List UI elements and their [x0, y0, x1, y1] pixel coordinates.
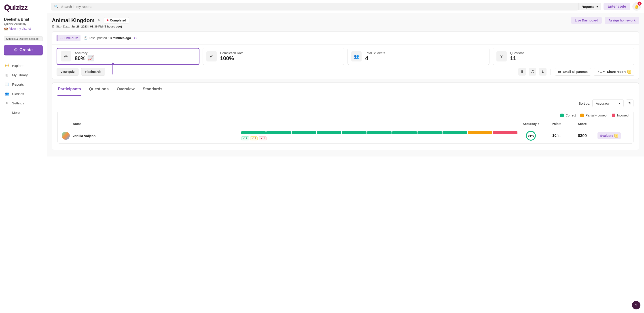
th-points[interactable]: Points — [544, 122, 569, 126]
tab-questions[interactable]: Questions — [88, 83, 109, 96]
user-org: Quizizz Academy — [4, 22, 43, 26]
people-icon: 👥 — [351, 51, 362, 62]
refresh-button[interactable]: ⟳ — [134, 36, 137, 40]
students-label: Total Students — [365, 51, 385, 55]
stat-accuracy[interactable]: ◎ Accuracy 80%📈 — [56, 48, 200, 65]
legend-incorrect: Incorrect — [617, 114, 629, 117]
live-quiz-label: Live quiz — [64, 36, 78, 40]
logo[interactable]: Quizizz — [0, 3, 47, 17]
tab-overview[interactable]: Overview — [116, 83, 135, 96]
students-value: 4 — [365, 55, 385, 62]
th-accuracy[interactable]: Accuracy ↑ — [518, 122, 544, 126]
create-label: Create — [20, 48, 33, 52]
notification-badge: 1 — [638, 2, 642, 6]
actions-row: View quiz Flashcards 🗑 🖨 ⬇ ✉Email all pa… — [52, 68, 639, 79]
last-updated: 🕘 Last updated : 3 minutes ago — [84, 36, 131, 40]
download-button[interactable]: ⬇ — [539, 68, 546, 76]
accuracy-ring: 91% — [526, 131, 536, 141]
summary-card: ☷ Live quiz 🕘 Last updated : 3 minutes a… — [52, 31, 639, 79]
live-quiz-chip[interactable]: ☷ Live quiz — [56, 35, 80, 41]
sort-direction-button[interactable]: ⇅ — [626, 100, 634, 107]
search-scope-select[interactable]: Reports ▾ — [578, 3, 602, 10]
correct-swatch — [560, 114, 564, 117]
notifications-button[interactable]: 🔔 1 — [632, 2, 641, 11]
correct-count: ✓ 9 — [241, 136, 249, 140]
nav-explore[interactable]: 🧭Explore — [0, 61, 47, 70]
print-icon: 🖨 — [531, 70, 534, 74]
accuracy-value: 80% — [75, 55, 86, 62]
chevron-down-icon: ⌄ — [5, 110, 9, 114]
account-type-badge: Schools & Districts account — [4, 36, 43, 41]
mail-icon: ✉ — [558, 70, 561, 74]
share-report-label: Share report — [607, 70, 626, 74]
completion-value: 100% — [220, 55, 244, 62]
download-icon: ⬇ — [541, 70, 544, 74]
list-icon: ☷ — [60, 36, 63, 40]
nav-settings-label: Settings — [12, 101, 24, 105]
sort-label: Sort by: — [579, 102, 590, 105]
assign-homework-button[interactable]: Assign homework — [605, 17, 639, 24]
evaluate-button[interactable]: Evaluate⚡ — [598, 132, 621, 139]
content: Animal Kingdom ✎ Completed Live Dashboar… — [47, 13, 644, 156]
nav-library[interactable]: ▥My Library — [0, 70, 47, 80]
caret-down-icon: ▾ — [596, 4, 598, 8]
calendar-icon: 🗓 — [52, 25, 55, 28]
accuracy-label: Accuracy — [75, 51, 94, 55]
nav-reports[interactable]: 📊Reports — [0, 80, 47, 89]
view-district-link[interactable]: 🏫 View my district — [4, 27, 31, 31]
answer-bar: ✓ 9 ✓ 1 ✕ 1 — [241, 131, 518, 140]
share-report-button[interactable]: ⚬⚊⚬Share report⚡ — [594, 68, 634, 76]
enter-code-button[interactable]: Enter code — [604, 3, 630, 10]
stats-row: ◎ Accuracy 80%📈 ✔ Completion Rate 100% — [52, 45, 639, 68]
tab-standards[interactable]: Standards — [142, 83, 163, 96]
tab-participants[interactable]: Participants — [58, 83, 82, 96]
user-block: Deeksha Bhat Quizizz Academy 🏫 View my d… — [0, 17, 47, 34]
target-icon: ◎ — [61, 51, 71, 62]
start-date-value: Jul 28, 2023 | 03:36 PM (5 hours ago) — [71, 25, 122, 28]
sort-arrows-icon: ⇅ — [628, 101, 631, 105]
print-button[interactable]: 🖨 — [528, 68, 536, 76]
stat-students: 👥 Total Students 4 — [348, 48, 490, 65]
edit-title-button[interactable]: ✎ — [98, 18, 100, 22]
sort-value: Accuracy — [596, 102, 610, 105]
stat-completion: ✔ Completion Rate 100% — [202, 48, 344, 65]
stat-questions: ? Questions 11 — [492, 48, 634, 65]
sort-row: Sort by: Accuracy ▾ ⇅ — [52, 96, 639, 111]
trend-up-icon: 📈 — [87, 55, 94, 62]
start-date-row: 🗓 Start Date: Jul 28, 2023 | 03:36 PM (5… — [47, 25, 644, 31]
bolt-icon: ⚡ — [614, 134, 618, 138]
search-scope-label: Reports — [582, 5, 594, 8]
plus-icon: ⊕ — [14, 47, 18, 52]
user-name: Deeksha Bhat — [4, 17, 43, 22]
nav-more[interactable]: ⌄More — [0, 108, 47, 117]
th-name[interactable]: Name — [62, 122, 248, 126]
sidebar: Quizizz Deeksha Bhat Quizizz Academy 🏫 V… — [0, 0, 47, 156]
clock-icon: 🕘 — [84, 36, 88, 40]
legend-correct: Correct — [566, 114, 576, 117]
search-input[interactable] — [61, 5, 575, 8]
nav-classes[interactable]: 👥Classes — [0, 89, 47, 98]
nav-explore-label: Explore — [12, 64, 24, 68]
flashcards-button[interactable]: Flashcards — [81, 68, 105, 76]
status-dot-icon — [107, 20, 108, 21]
row-more-button[interactable]: ⋮ — [622, 133, 629, 138]
live-dashboard-button[interactable]: Live Dashboard — [571, 17, 602, 24]
create-button[interactable]: ⊕ Create — [4, 45, 43, 56]
summary-card-top: ☷ Live quiz 🕘 Last updated : 3 minutes a… — [52, 32, 639, 45]
evaluate-label: Evaluate — [600, 134, 613, 138]
search-box[interactable]: 🔍 — [51, 3, 578, 10]
incorrect-count: ✕ 1 — [259, 136, 266, 140]
avatar — [62, 132, 70, 140]
table-row[interactable]: Vanilla Valjean ✓ 9 ✓ 1 ✕ 1 — [58, 128, 633, 143]
main: 🔍 Reports ▾ Enter code 🔔 1 Animal Kingdo… — [47, 0, 644, 156]
nav: 🧭Explore ▥My Library 📊Reports 👥Classes ⚙… — [0, 61, 47, 117]
delete-button[interactable]: 🗑 — [518, 68, 526, 76]
view-quiz-button[interactable]: View quiz — [56, 68, 78, 76]
participant-name: Vanilla Valjean — [72, 134, 96, 138]
books-icon: ▥ — [5, 73, 9, 77]
divider — [550, 69, 551, 75]
th-score[interactable]: Score — [569, 122, 596, 126]
sort-select[interactable]: Accuracy ▾ — [592, 100, 624, 107]
nav-settings[interactable]: ⚙Settings — [0, 98, 47, 108]
email-parents-button[interactable]: ✉Email all parents — [555, 68, 591, 76]
